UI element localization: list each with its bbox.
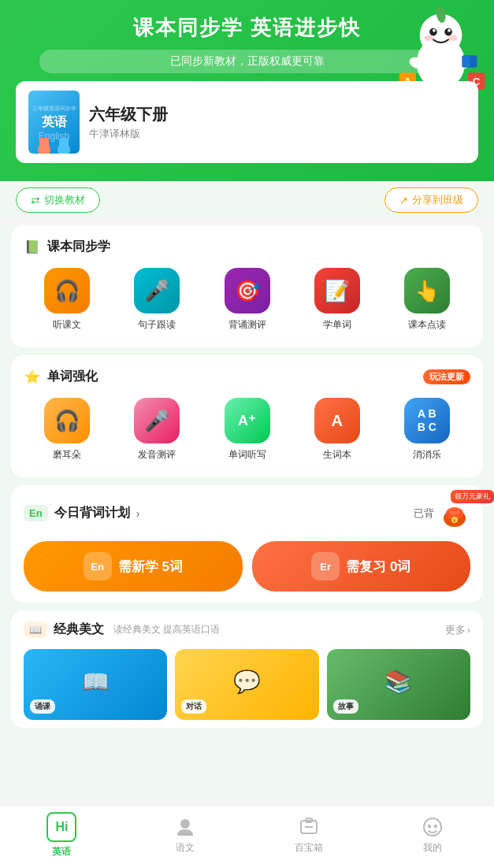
classic-cards: 📖 诵课 💬 对话 📚 故事 <box>24 649 470 720</box>
sync-item-学单词[interactable]: 📝 学单词 <box>294 268 381 332</box>
switch-icon: ⇄ <box>31 194 40 206</box>
vocab-icon-box-消消乐: A BB C <box>404 398 450 443</box>
icon-box-听课文: 🎧 <box>44 268 90 313</box>
today-section-icon: En <box>24 505 48 521</box>
cover-title: 英语 <box>42 114 67 131</box>
vocab-icon-grid: 🎧 磨耳朵 🎤 发音测评 A⁺ 单词听写 A 生词本 A BB C 消消乐 <box>24 398 470 462</box>
textbook-name: 六年级下册 <box>89 104 466 125</box>
nav-item-百宝箱[interactable]: 百宝箱 <box>247 816 371 855</box>
vocab-item-消消乐[interactable]: A BB C 消消乐 <box>384 398 470 462</box>
classic-card-emoji-对话: 💬 <box>233 669 261 695</box>
vocab-item-生词本[interactable]: A 生词本 <box>294 398 381 462</box>
nav-item-我的[interactable]: 我的 <box>370 816 494 855</box>
vocab-section-title: 单词强化 <box>47 369 98 385</box>
classic-section: 📖 经典美文 读经典美文 提高英语口语 更多 › 📖 诵课 💬 对话 📚 故事 <box>11 610 483 728</box>
nav-label-百宝箱: 百宝箱 <box>295 841 323 855</box>
icon-box-课本点读: 👆 <box>404 268 450 313</box>
review-words-icon-label: Er <box>320 561 331 573</box>
textbook-cover: 三年级英语同步学 英语 English <box>28 91 80 154</box>
nav-icon-英语: Hi <box>46 812 76 842</box>
vocab-buttons: En 需新学 5词 Er 需复习 0词 <box>24 541 470 592</box>
vocab-icon-box-发音测评: 🎤 <box>134 398 180 443</box>
icon-box-背诵测评: 🎯 <box>225 268 270 313</box>
share-icon: ↗ <box>399 195 408 206</box>
textbook-info: 六年级下册 牛津译林版 <box>89 104 466 141</box>
vocab-emoji-磨耳朵: 🎧 <box>54 409 80 433</box>
svg-rect-20 <box>59 138 69 149</box>
more-link[interactable]: 更多 › <box>445 623 470 637</box>
icon-box-学单词: 📝 <box>314 268 360 313</box>
svg-rect-19 <box>39 138 49 149</box>
share-button[interactable]: ↗ 分享到班级 <box>384 187 478 213</box>
today-left: En 今日背词计划 › <box>24 505 139 521</box>
more-arrow-icon: › <box>467 624 470 636</box>
today-section: En 今日背词计划 › 已背 ¥ 领万元豪礼 <box>11 485 483 603</box>
classic-card-诵课[interactable]: 📖 诵课 <box>24 649 167 720</box>
main-content: 📗 课本同步学 🎧 听课文 🎤 句子跟读 🎯 背诵测评 📝 学单词 👆 课本点读… <box>0 225 494 799</box>
vocab-section-header: ⭐ 单词强化 玩法更新 <box>24 368 470 385</box>
vocab-item-单词听写[interactable]: A⁺ 单词听写 <box>203 398 290 462</box>
today-arrow-icon: › <box>136 507 140 520</box>
cover-small-label: 三年级英语同步学 <box>29 103 80 114</box>
textbook-card: 三年级英语同步学 英语 English 六年级下册 牛津译林版 <box>16 81 478 163</box>
sync-item-课本点读[interactable]: 👆 课本点读 <box>384 268 470 332</box>
more-text: 更多 <box>445 623 466 637</box>
sync-section-header: 📗 课本同步学 <box>24 238 470 255</box>
svg-point-5 <box>448 29 451 32</box>
today-title: 今日背词计划 <box>54 505 130 521</box>
review-words-button[interactable]: Er 需复习 0词 <box>252 541 471 592</box>
bottom-nav: Hi 英语 语文 百宝箱 我的 <box>0 805 494 868</box>
action-row: ⇄ 切换教材 ↗ 分享到班级 <box>0 180 494 217</box>
classic-card-emoji-故事: 📚 <box>384 669 412 695</box>
nav-label-语文: 语文 <box>176 841 195 855</box>
sync-section-icon: 📗 <box>24 238 41 255</box>
switch-textbook-button[interactable]: ⇄ 切换教材 <box>16 187 100 213</box>
vocab-emoji-发音测评: 🎤 <box>144 409 169 433</box>
classic-icon: 📖 <box>24 621 47 638</box>
classic-card-对话[interactable]: 💬 对话 <box>175 649 318 720</box>
textbook-edition: 牛津译林版 <box>89 127 466 141</box>
nav-icon-百宝箱 <box>298 816 320 838</box>
vocab-section-card: ⭐ 单词强化 玩法更新 🎧 磨耳朵 🎤 发音测评 A⁺ 单词听写 A 生词本 A… <box>11 355 483 477</box>
classic-card-emoji-诵课: 📖 <box>82 669 110 695</box>
sync-item-听课文[interactable]: 🎧 听课文 <box>24 268 110 332</box>
sync-icon-grid: 🎧 听课文 🎤 句子跟读 🎯 背诵测评 📝 学单词 👆 课本点读 <box>24 268 470 332</box>
svg-point-31 <box>428 825 431 829</box>
sync-item-背诵测评[interactable]: 🎯 背诵测评 <box>203 268 290 332</box>
classic-title: 经典美文 <box>54 621 104 638</box>
icon-label-背诵测评: 背诵测评 <box>228 318 266 332</box>
nav-icon-语文 <box>174 816 196 838</box>
nav-item-英语[interactable]: Hi 英语 <box>0 812 124 859</box>
vocab-label-发音测评: 发音测评 <box>138 448 176 462</box>
vocab-icon-box-磨耳朵: 🎧 <box>44 398 90 443</box>
classic-subtitle: 读经典美文 提高英语口语 <box>113 623 220 636</box>
sync-section-title: 课本同步学 <box>47 239 110 255</box>
vocab-label-单词听写: 单词听写 <box>228 448 266 462</box>
sync-item-句子跟读[interactable]: 🎤 句子跟读 <box>113 268 200 332</box>
nav-label-英语: 英语 <box>52 845 71 859</box>
vocab-section-icon: ⭐ <box>24 368 41 385</box>
new-words-button[interactable]: En 需新学 5词 <box>24 541 243 592</box>
icon-label-学单词: 学单词 <box>323 318 351 332</box>
classic-card-故事[interactable]: 📚 故事 <box>327 649 470 720</box>
review-words-icon: Er <box>311 552 340 581</box>
share-btn-label: 分享到班级 <box>412 193 463 207</box>
vocab-label-生词本: 生词本 <box>323 448 351 462</box>
icon-emoji-课本点读: 👆 <box>414 279 440 303</box>
nav-item-语文[interactable]: 语文 <box>124 816 247 855</box>
icon-emoji-学单词: 📝 <box>325 279 350 303</box>
icon-emoji-背诵测评: 🎯 <box>235 279 260 303</box>
svg-point-6 <box>424 35 433 41</box>
vocab-item-发音测评[interactable]: 🎤 发音测评 <box>113 398 200 462</box>
icon-label-句子跟读: 句子跟读 <box>138 318 176 332</box>
vocab-label-消消乐: 消消乐 <box>413 448 441 462</box>
new-words-icon: En <box>84 552 112 581</box>
new-words-text: 需新学 5词 <box>118 558 183 576</box>
vocab-item-磨耳朵[interactable]: 🎧 磨耳朵 <box>24 398 110 462</box>
icon-label-课本点读: 课本点读 <box>408 318 446 332</box>
svg-point-4 <box>433 29 436 32</box>
svg-point-32 <box>434 825 437 829</box>
vocab-label-磨耳朵: 磨耳朵 <box>53 448 81 462</box>
nav-icon-我的 <box>422 816 444 838</box>
new-words-icon-label: En <box>91 561 104 573</box>
